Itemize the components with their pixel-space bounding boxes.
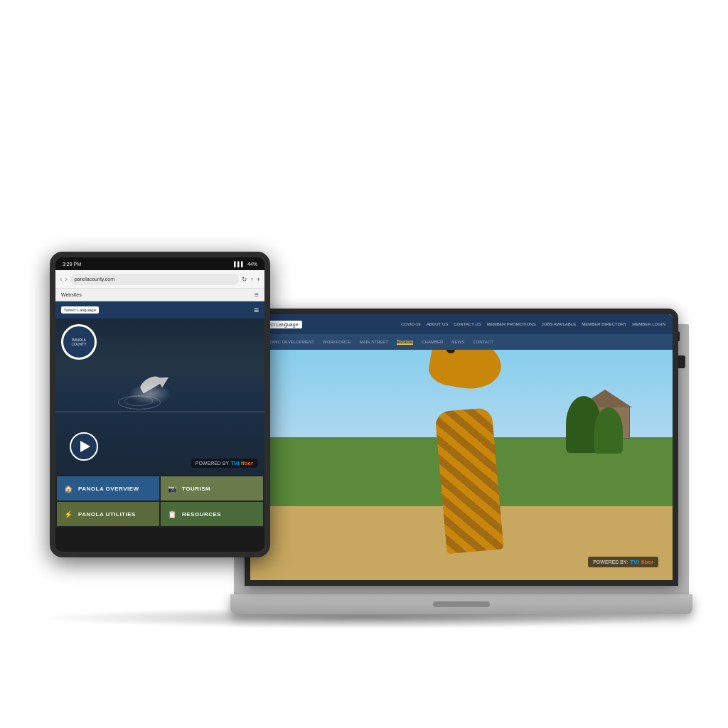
menu-panola-overview[interactable]: 🏠 PANOLA OVERVIEW <box>57 476 159 500</box>
battery-icon: 44% <box>247 262 257 267</box>
logo-text: PANOLACOUNTY <box>71 338 86 346</box>
browser-icons: ↻ ↑ + <box>242 276 260 283</box>
tablet-outer: 3:29 PM ▌▌▌ 44% ‹ › panolacounty.com ↻ ↑… <box>50 252 270 557</box>
utilities-label: PANOLA UTILITIES <box>78 511 136 518</box>
websites-label: Websites <box>61 292 82 297</box>
website-nav2: ECONOMIC DEVELOPMENT WORKFORCE MAIN STRE… <box>250 334 673 350</box>
play-icon <box>80 441 90 452</box>
laptop-base <box>230 594 692 614</box>
tablet-lang-selector[interactable]: Select Language <box>61 306 99 314</box>
nav2-workforce[interactable]: WORKFORCE <box>323 340 351 344</box>
url-text: panolacounty.com <box>75 277 114 282</box>
status-time: 3:29 PM <box>63 262 81 267</box>
tablet-logo: PANOLACOUNTY <box>61 324 97 360</box>
nav-promotions[interactable]: MEMBER PROMOTIONS <box>487 322 536 326</box>
tvi-text: TVI <box>630 559 638 565</box>
nav-about[interactable]: ABOUT US <box>427 322 449 326</box>
add-tab-icon[interactable]: + <box>257 276 260 283</box>
tourism-icon: 📷 <box>166 483 178 494</box>
laptop: Select Language COVID-19 ABOUT US CONTAC… <box>245 309 685 614</box>
tree2 <box>594 407 623 454</box>
nav-contact[interactable]: CONTACT US <box>454 322 481 326</box>
laptop-screen-inner: Select Language COVID-19 ABOUT US CONTAC… <box>250 314 673 580</box>
fiber-text: fiber <box>641 559 653 565</box>
powered-label: POWERED BY: <box>593 560 628 564</box>
hamburger-icon[interactable]: ≡ <box>254 305 259 315</box>
nav2-mainstreet[interactable]: MAIN STREET <box>360 340 388 344</box>
play-button[interactable] <box>70 432 98 461</box>
giraffe-eye <box>446 350 456 354</box>
website-hero: POWERED BY: TVI fiber <box>250 350 673 580</box>
overview-icon: 🏠 <box>63 483 74 494</box>
nav-covid[interactable]: COVID-19 <box>401 322 421 326</box>
water-splash <box>129 383 171 405</box>
tablet: 3:29 PM ▌▌▌ 44% ‹ › panolacounty.com ↻ ↑… <box>50 252 270 557</box>
share-icon[interactable]: ↑ <box>250 276 254 283</box>
status-icons: ▌▌▌ 44% <box>234 262 257 267</box>
tablet-topnav: Select Language ≡ <box>55 301 264 318</box>
menu-tourism[interactable]: 📷 TOURISM <box>161 476 263 500</box>
powered-label-tablet: POWERED BY <box>196 461 229 466</box>
giraffe-head <box>427 350 505 394</box>
fishing-scene: PANOLACOUNTY POWERED BY TVI fiber <box>55 318 264 475</box>
fiber-text-tablet: fiber <box>241 460 253 466</box>
nav-jobs[interactable]: JOBS AVAILABLE <box>542 322 576 326</box>
nav2-chamber[interactable]: CHAMBER <box>422 340 443 344</box>
water-surface <box>55 411 264 412</box>
powered-by-tablet: POWERED BY TVI fiber <box>191 459 257 468</box>
resources-icon: 📋 <box>166 508 178 520</box>
browser-forward-icon[interactable]: › <box>65 275 67 283</box>
giraffe-pattern <box>434 407 503 554</box>
menu-icon[interactable]: ≡ <box>255 291 259 299</box>
websites-bar: Websites ≡ <box>55 289 264 301</box>
tvi-text-tablet: TVI <box>230 460 239 466</box>
nav2-news[interactable]: NEWS <box>451 340 464 344</box>
giraffe <box>398 350 576 580</box>
refresh-icon[interactable]: ↻ <box>242 276 247 283</box>
nav-directory[interactable]: MEMBER DIRECTORY <box>582 322 626 326</box>
tablet-statusbar: 3:29 PM ▌▌▌ 44% <box>55 257 264 270</box>
menu-resources[interactable]: 📋 RESOURCES <box>161 502 263 526</box>
website-topbar: Select Language COVID-19 ABOUT US CONTAC… <box>250 314 673 334</box>
browser-url-bar[interactable]: panolacounty.com <box>70 274 240 285</box>
tourism-label: TOURISM <box>182 486 210 492</box>
utilities-icon: ⚡ <box>63 508 74 520</box>
menu-utilities[interactable]: ⚡ PANOLA UTILITIES <box>57 502 159 526</box>
scene: Select Language COVID-19 ABOUT US CONTAC… <box>0 0 728 728</box>
tablet-hero: PANOLACOUNTY POWERED BY TVI fiber <box>55 318 264 475</box>
laptop-screen: Select Language COVID-19 ABOUT US CONTAC… <box>245 309 678 586</box>
nav2-contact2[interactable]: CONTACT <box>473 340 493 344</box>
hero-background <box>250 350 673 580</box>
resources-label: RESOURCES <box>182 511 221 518</box>
nav-login[interactable]: MEMBER LOGIN <box>632 322 665 326</box>
nav2-tourism[interactable]: Tourism <box>397 339 413 345</box>
giraffe-neck <box>434 407 503 554</box>
tablet-menu-grid: 🏠 PANOLA OVERVIEW 📷 TOURISM ⚡ PANOLA UTI… <box>55 475 264 528</box>
signal-icon: ▌▌▌ <box>234 262 245 267</box>
tablet-browser: ‹ › panolacounty.com ↻ ↑ + <box>55 270 264 289</box>
browser-back-icon[interactable]: ‹ <box>60 275 62 283</box>
powered-by-laptop: POWERED BY: TVI fiber <box>588 557 658 567</box>
overview-label: PANOLA OVERVIEW <box>78 486 139 492</box>
